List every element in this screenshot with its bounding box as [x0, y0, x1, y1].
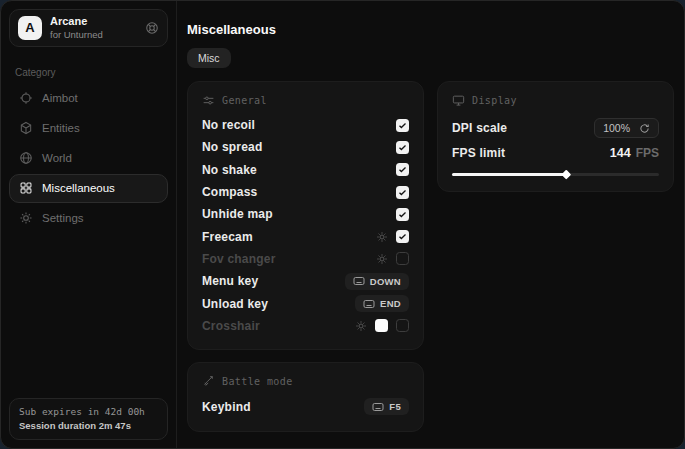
dpi-scale-row: DPI scale 100%	[452, 114, 659, 142]
panel-title: Display	[472, 95, 517, 106]
row-label: Fov changer	[202, 252, 276, 266]
menu-key-button[interactable]: DOWN	[345, 273, 409, 290]
gear-icon[interactable]	[376, 231, 388, 243]
app-window: A Arcane for Unturned Category Aimbot	[0, 0, 685, 449]
gear-icon	[19, 211, 33, 225]
display-panel: Display DPI scale 100%	[437, 81, 674, 192]
sidebar-item-label: Entities	[42, 122, 80, 134]
panel-title: General	[222, 95, 267, 106]
check-icon	[398, 232, 407, 241]
battle-panel-header: Battle mode	[202, 375, 409, 388]
toggle-row-freecam: Freecam	[202, 225, 409, 247]
lifebuoy-icon[interactable]	[145, 21, 159, 35]
checkbox-no-recoil[interactable]	[396, 119, 409, 132]
row-label: Compass	[202, 185, 257, 199]
session-duration-text: Session duration 2m 47s	[19, 419, 158, 433]
sidebar-item-entities[interactable]: Entities	[9, 114, 168, 143]
row-label: Crosshair	[202, 319, 260, 333]
row-label: Keybind	[202, 400, 251, 414]
row-label: FPS limit	[452, 146, 505, 160]
keybind-value: F5	[389, 401, 401, 412]
keybind-value: END	[380, 298, 401, 309]
sidebar-item-aimbot[interactable]: Aimbot	[9, 84, 168, 113]
sidebar-item-miscellaneous[interactable]: Miscellaneous	[9, 174, 168, 203]
row-label: No shake	[202, 163, 257, 177]
sidebar: A Arcane for Unturned Category Aimbot	[1, 1, 177, 448]
row-label: Menu key	[202, 274, 258, 288]
unload-key-button[interactable]: END	[355, 295, 409, 312]
keybind-row-menu-key: Menu key DOWN	[202, 270, 409, 292]
toggle-row-no-shake: No shake	[202, 159, 409, 181]
left-column: General No recoil No spread	[187, 81, 424, 432]
globe-icon	[19, 151, 33, 165]
fps-limit-slider[interactable]	[452, 169, 659, 179]
check-icon	[398, 210, 407, 219]
toggle-row-unhide-map: Unhide map	[202, 203, 409, 225]
toggle-row-no-recoil: No recoil	[202, 114, 409, 136]
general-panel: General No recoil No spread	[187, 81, 424, 350]
panel-title: Battle mode	[222, 376, 293, 387]
sidebar-item-label: Aimbot	[42, 92, 78, 104]
toggle-row-fov-changer: Fov changer	[202, 248, 409, 270]
general-panel-header: General	[202, 94, 409, 107]
check-icon	[398, 143, 407, 152]
slider-thumb[interactable]	[561, 170, 570, 179]
keyboard-icon	[363, 299, 375, 309]
check-icon	[398, 165, 407, 174]
checkbox-freecam[interactable]	[396, 230, 409, 243]
reset-icon[interactable]	[639, 123, 650, 134]
right-column: Display DPI scale 100%	[437, 81, 674, 192]
checkbox-compass[interactable]	[396, 186, 409, 199]
check-icon	[398, 188, 407, 197]
checkbox-no-spread[interactable]	[396, 141, 409, 154]
color-swatch[interactable]	[375, 319, 388, 332]
sliders-icon	[202, 94, 215, 107]
dpi-scale-value: 100%	[603, 122, 630, 134]
dpi-scale-input[interactable]: 100%	[594, 118, 659, 138]
cube-icon	[19, 121, 33, 135]
sidebar-item-label: Settings	[42, 212, 84, 224]
crosshair-icon	[19, 91, 33, 105]
row-label: Unload key	[202, 297, 268, 311]
keyboard-icon	[353, 276, 365, 286]
sidebar-item-label: World	[42, 152, 72, 164]
brand-card[interactable]: A Arcane for Unturned	[9, 9, 168, 47]
battle-mode-panel: Battle mode Keybind F5	[187, 362, 424, 432]
checkbox-unhide-map[interactable]	[396, 208, 409, 221]
category-list: Aimbot Entities World	[1, 84, 176, 233]
gear-icon[interactable]	[355, 320, 367, 332]
keybind-row-battle: Keybind F5	[202, 395, 409, 419]
toggle-row-no-spread: No spread	[202, 136, 409, 158]
checkbox-no-shake[interactable]	[396, 163, 409, 176]
toggle-row-compass: Compass	[202, 181, 409, 203]
keybind-value: DOWN	[370, 276, 401, 287]
brand-text: Arcane for Unturned	[50, 15, 103, 41]
row-label: Unhide map	[202, 207, 273, 221]
gear-icon[interactable]	[376, 253, 388, 265]
slider-fill	[452, 173, 566, 176]
keyboard-icon	[372, 402, 384, 412]
page-title: Miscellaneous	[187, 22, 674, 37]
panel-columns: General No recoil No spread	[187, 81, 674, 432]
subscription-card: Sub expires in 42d 00h Session duration …	[9, 398, 168, 441]
fps-limit-row: FPS limit 144 FPS	[452, 142, 659, 164]
checkbox-fov-changer[interactable]	[396, 252, 409, 265]
sidebar-item-settings[interactable]: Settings	[9, 204, 168, 233]
sidebar-item-world[interactable]: World	[9, 144, 168, 173]
tab-misc[interactable]: Misc	[187, 48, 231, 68]
app-logo: A	[18, 16, 42, 40]
fps-limit-unit: FPS	[636, 146, 659, 160]
sidebar-item-label: Miscellaneous	[42, 182, 115, 194]
brand-subtitle: for Unturned	[50, 29, 103, 41]
sidebar-spacer	[1, 233, 176, 390]
brand-title: Arcane	[50, 15, 103, 29]
battle-keybind-button[interactable]: F5	[364, 398, 409, 415]
grid-icon	[19, 181, 33, 195]
category-label: Category	[15, 67, 162, 78]
main-content: Miscellaneous Misc General No recoil	[177, 1, 685, 448]
row-label: No spread	[202, 140, 262, 154]
display-panel-header: Display	[452, 94, 659, 107]
checkbox-crosshair[interactable]	[396, 319, 409, 332]
monitor-icon	[452, 94, 465, 107]
sword-icon	[202, 375, 215, 388]
